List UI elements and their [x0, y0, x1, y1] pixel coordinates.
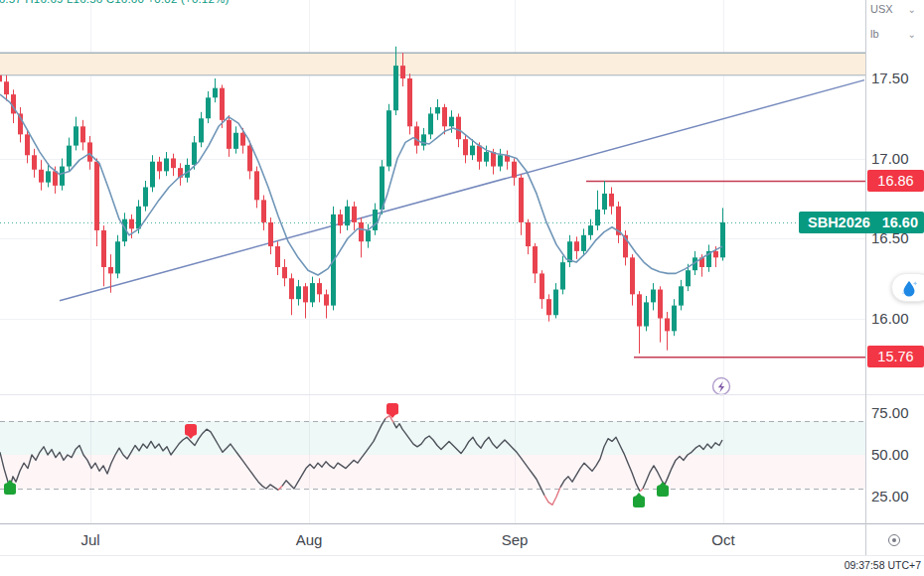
support-price-badge: 15.76 [867, 346, 924, 367]
price-tick-label: 17.50 [871, 70, 909, 87]
chart-canvas[interactable] [0, 0, 924, 576]
unit-selector-weight[interactable]: lb ⌄ [870, 28, 920, 40]
support-resistance-lines [586, 182, 865, 358]
month-tick-label: Sep [502, 531, 529, 548]
candlestick-series [0, 47, 725, 354]
clock-icon [888, 534, 900, 546]
rsi-tick-label: 50.00 [871, 446, 909, 464]
chevron-down-icon: ⌄ [908, 29, 916, 40]
session-clock-button[interactable] [883, 530, 905, 550]
resistance-price-value: 16.86 [877, 173, 913, 189]
rsi-tick-label: 25.00 [871, 488, 909, 505]
symbol-name: SBH2026 [808, 215, 870, 230]
chart-window: O16.57 H16.69 L16.56 C16.60 +0.02 (+0.12… [0, 0, 924, 576]
last-price-value: 16.60 [882, 215, 918, 230]
rsi-tick-label: 75.00 [871, 404, 909, 422]
symbol-price-badge: SBH2026 16.60 [799, 212, 924, 233]
resistance-price-badge: 16.86 [867, 170, 924, 192]
ascending-trendline [60, 80, 864, 301]
month-tick-label: Aug [296, 531, 323, 548]
buy-signal-marker [633, 493, 645, 507]
resistance-zone [0, 53, 865, 75]
water-drop-button[interactable] [891, 273, 924, 302]
unit-selector-currency[interactable]: USX ⌄ [870, 3, 920, 15]
unit-currency-label: USX [870, 3, 893, 15]
current-time-label: 09:37:58 UTC+7 [845, 559, 921, 571]
unit-weight-label: lb [870, 28, 879, 40]
lightning-event-button[interactable] [713, 378, 730, 395]
ohlc-readout: O16.57 H16.69 L16.56 C16.60 +0.02 (+0.12… [0, 0, 230, 5]
month-tick-label: Jul [80, 531, 99, 548]
water-drop-icon [899, 278, 919, 298]
price-tick-label: 17.00 [871, 150, 909, 168]
month-tick-label: Oct [711, 531, 734, 548]
price-tick-label: 16.00 [871, 310, 909, 328]
support-price-value: 15.76 [877, 349, 913, 364]
chevron-down-icon: ⌄ [908, 4, 916, 15]
